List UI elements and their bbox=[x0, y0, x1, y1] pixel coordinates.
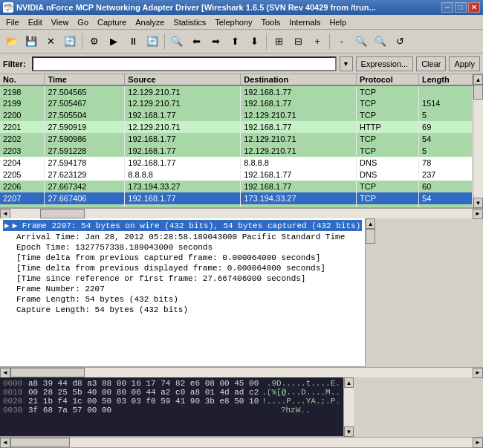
packet-row[interactable]: 220327.591228192.168.1.7712.129.210.71TC… bbox=[0, 145, 473, 157]
menu-item-help[interactable]: Help bbox=[325, 16, 351, 28]
menu-item-tools[interactable]: Tools bbox=[257, 16, 285, 28]
toolbar-button-9[interactable]: ⬅ bbox=[187, 33, 205, 51]
hex-hscroll-thumb[interactable] bbox=[10, 438, 70, 447]
hscroll-right-button[interactable]: ► bbox=[473, 209, 483, 219]
toolbar-separator bbox=[329, 33, 330, 50]
toolbar-button-5[interactable]: ▶ bbox=[105, 33, 123, 51]
detail-hscroll-thumb[interactable] bbox=[10, 368, 85, 377]
hex-scroll-track[interactable] bbox=[344, 388, 354, 426]
hex-row: 0000a8 39 44 d8 a3 88 00 16 17 74 82 e6 … bbox=[3, 379, 340, 388]
menu-item-statistics[interactable]: Statistics bbox=[169, 16, 210, 28]
hex-bytes: 00 28 25 5b 40 00 80 06 44 a2 c0 a8 01 4… bbox=[28, 388, 259, 397]
packet-row[interactable]: 219827.50456512.129.210.71192.168.1.77TC… bbox=[0, 85, 473, 97]
packet-cell: 8.8.8.8 bbox=[241, 157, 357, 169]
toolbar-button-13[interactable]: ⊞ bbox=[270, 33, 288, 51]
detail-row: Arrival Time: Jan 28, 2012 05:28:58.1890… bbox=[3, 232, 362, 242]
detail-hscroll-left[interactable]: ◄ bbox=[0, 368, 10, 378]
toolbar-button-0[interactable]: 📂 bbox=[3, 33, 21, 51]
hex-scrollbar[interactable]: ▲ ▼ bbox=[343, 377, 354, 437]
packet-cell: 192.168.1.77 bbox=[125, 192, 241, 204]
hex-hscroll-left[interactable]: ◄ bbox=[0, 438, 10, 448]
packet-cell: 27.667342 bbox=[45, 181, 125, 192]
menu-item-view[interactable]: View bbox=[47, 16, 74, 28]
menu-item-internals[interactable]: Internals bbox=[285, 16, 325, 28]
hscroll-thumb[interactable] bbox=[40, 209, 85, 218]
filter-input[interactable] bbox=[32, 56, 337, 71]
toolbar-button-14[interactable]: ⊟ bbox=[289, 33, 307, 51]
toolbar-button-8[interactable]: 🔍 bbox=[168, 33, 186, 51]
hex-hscroll-right[interactable]: ► bbox=[473, 438, 483, 448]
apply-button[interactable]: Apply bbox=[449, 56, 480, 71]
detail-scroll-thumb[interactable] bbox=[366, 229, 375, 244]
packet-row[interactable]: 220527.6231298.8.8.8192.168.1.77DNS237 bbox=[0, 169, 473, 181]
scroll-thumb[interactable] bbox=[473, 85, 483, 100]
packet-row[interactable]: 219927.50546712.129.210.71192.168.1.77TC… bbox=[0, 97, 473, 109]
toolbar-button-17[interactable]: 🔍 bbox=[352, 33, 370, 51]
scroll-track[interactable] bbox=[473, 85, 483, 198]
detail-hscroll-right[interactable]: ► bbox=[473, 368, 483, 378]
toolbar-button-16[interactable]: - bbox=[333, 33, 351, 51]
packet-cell: 27.590919 bbox=[45, 121, 125, 133]
packet-detail[interactable]: ▶▶ Frame 2207: 54 bytes on wire (432 bit… bbox=[0, 218, 365, 367]
menu-item-analyze[interactable]: Analyze bbox=[131, 16, 169, 28]
hex-dump[interactable]: 0000a8 39 44 d8 a3 88 00 16 17 74 82 e6 … bbox=[0, 377, 343, 437]
menu-item-edit[interactable]: Edit bbox=[24, 16, 47, 28]
toolbar-button-2[interactable]: ✕ bbox=[42, 33, 59, 51]
toolbar-button-7[interactable]: 🔄 bbox=[143, 33, 161, 51]
toolbar-button-3[interactable]: 🔄 bbox=[61, 33, 79, 51]
hex-hscroll-track[interactable] bbox=[10, 438, 473, 447]
packet-row[interactable]: 220727.667406192.168.1.77173.194.33.27TC… bbox=[0, 192, 473, 204]
packet-cell: TCP bbox=[357, 133, 419, 145]
hex-scroll-down[interactable]: ▼ bbox=[344, 426, 354, 437]
packet-cell: TCP bbox=[357, 85, 419, 97]
detail-selected-frame[interactable]: ▶▶ Frame 2207: 54 bytes on wire (432 bit… bbox=[3, 220, 362, 231]
toolbar-button-10[interactable]: ➡ bbox=[207, 33, 224, 51]
packet-row[interactable]: 220827.67788712.129.210.71192.168.1.77TC… bbox=[0, 204, 473, 208]
packet-row[interactable]: 220127.59091912.129.210.71192.168.1.77HT… bbox=[0, 121, 473, 133]
toolbar-button-19[interactable]: ↺ bbox=[391, 33, 409, 51]
packet-table-body: 219827.50456512.129.210.71192.168.1.77TC… bbox=[0, 85, 473, 208]
packet-cell: 27.591228 bbox=[45, 145, 125, 157]
scroll-down-button[interactable]: ▼ bbox=[473, 198, 483, 208]
toolbar-button-15[interactable]: + bbox=[308, 33, 326, 51]
menu-item-capture[interactable]: Capture bbox=[93, 16, 131, 28]
expression-button[interactable]: Expression... bbox=[356, 56, 414, 71]
detail-row: [Time delta from previous captured frame… bbox=[3, 253, 362, 263]
close-button[interactable]: ✕ bbox=[468, 2, 480, 13]
toolbar-button-12[interactable]: ⬇ bbox=[245, 33, 263, 51]
packet-row[interactable]: 220227.590986192.168.1.7712.129.210.71TC… bbox=[0, 133, 473, 145]
packet-col-time: Time bbox=[45, 74, 125, 85]
detail-scroll-up[interactable]: ▲ bbox=[366, 218, 375, 229]
packet-list[interactable]: No.TimeSourceDestinationProtocolLength 2… bbox=[0, 74, 473, 208]
toolbar-button-18[interactable]: 🔍 bbox=[372, 33, 389, 51]
toolbar-button-1[interactable]: 💾 bbox=[22, 33, 40, 51]
toolbar-button-4[interactable]: ⚙ bbox=[85, 33, 103, 51]
hex-hscrollbar[interactable]: ◄ ► bbox=[0, 437, 483, 447]
packet-cell: 12.129.210.71 bbox=[125, 121, 241, 133]
clear-button[interactable]: Clear bbox=[416, 56, 446, 71]
filter-label: Filter: bbox=[3, 59, 29, 68]
packet-cell: 2198 bbox=[0, 85, 45, 97]
hex-scroll-up[interactable]: ▲ bbox=[344, 377, 354, 388]
detail-expand-triangle[interactable]: ▶ bbox=[4, 221, 10, 230]
toolbar-button-11[interactable]: ⬆ bbox=[226, 33, 244, 51]
detail-hscrollbar[interactable]: ◄ ► bbox=[0, 367, 483, 377]
detail-hscroll-track[interactable] bbox=[10, 368, 473, 377]
packet-cell: 192.168.1.77 bbox=[125, 145, 241, 157]
packet-list-scrollbar[interactable]: ▲ ▼ bbox=[473, 74, 483, 208]
menu-item-telephony[interactable]: Telephony bbox=[210, 16, 256, 28]
packet-list-hscrollbar[interactable]: ◄ ► bbox=[0, 208, 483, 218]
packet-row[interactable]: 220627.667342173.194.33.27192.168.1.77TC… bbox=[0, 181, 473, 192]
filter-dropdown-button[interactable]: ▼ bbox=[340, 56, 353, 71]
packet-row[interactable]: 220027.505504192.168.1.7712.129.210.71TC… bbox=[0, 109, 473, 121]
menu-item-go[interactable]: Go bbox=[73, 16, 93, 28]
packet-detail-scrollbar[interactable]: ▲ ▼ bbox=[365, 218, 375, 367]
hscroll-track[interactable] bbox=[10, 209, 473, 218]
menu-item-file[interactable]: File bbox=[1, 16, 24, 28]
minimize-button[interactable]: ─ bbox=[441, 2, 453, 13]
toolbar-button-6[interactable]: ⏸ bbox=[124, 33, 142, 51]
packet-row[interactable]: 220427.594178192.168.1.778.8.8.8DNS78 bbox=[0, 157, 473, 169]
scroll-up-button[interactable]: ▲ bbox=[473, 74, 483, 85]
hscroll-left-button[interactable]: ◄ bbox=[0, 209, 10, 219]
maximize-button[interactable]: □ bbox=[455, 2, 467, 13]
